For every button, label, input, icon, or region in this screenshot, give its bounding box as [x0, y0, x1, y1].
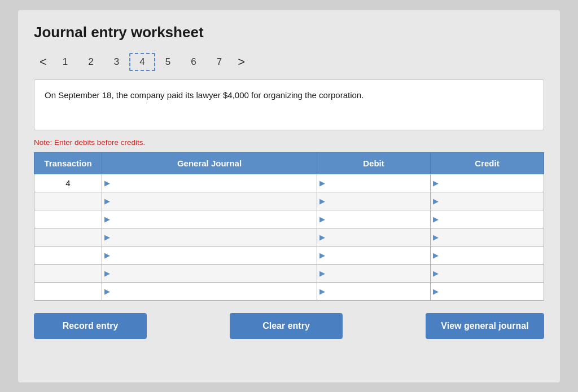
arrow-icon: ▶ — [317, 197, 327, 205]
general-journal-input-1[interactable] — [112, 192, 317, 210]
description-box: On September 18, the company paid its la… — [34, 80, 544, 130]
arrow-icon: ▶ — [431, 215, 440, 223]
view-general-journal-button[interactable]: View general journal — [426, 313, 544, 339]
arrow-icon: ▶ — [317, 287, 327, 296]
buttons-row: Record entry Clear entry View general jo… — [34, 313, 544, 339]
page-4-active[interactable]: 4 — [129, 53, 155, 71]
general-journal-cell-4[interactable]: ▶ — [102, 246, 317, 264]
page-7[interactable]: 7 — [207, 53, 232, 71]
transaction-cell-3 — [34, 228, 102, 246]
table-row: ▶▶▶ — [34, 210, 544, 228]
record-entry-button[interactable]: Record entry — [34, 313, 147, 339]
general-journal-cell-2[interactable]: ▶ — [102, 210, 317, 228]
general-journal-input-2[interactable] — [112, 210, 317, 228]
debit-input-6[interactable] — [327, 283, 430, 300]
transaction-cell-4 — [34, 246, 102, 264]
header-general-journal: General Journal — [102, 152, 317, 174]
arrow-icon: ▶ — [431, 197, 440, 205]
debit-cell-5[interactable]: ▶ — [317, 264, 431, 282]
debit-cell-3[interactable]: ▶ — [317, 228, 431, 246]
clear-entry-button[interactable]: Clear entry — [230, 313, 343, 339]
credit-cell-0[interactable]: ▶ — [431, 174, 544, 192]
credit-input-6[interactable] — [440, 283, 544, 300]
arrow-icon: ▶ — [317, 269, 327, 278]
table-row: ▶▶▶ — [34, 192, 544, 210]
debit-input-0[interactable] — [327, 174, 430, 192]
arrow-icon: ▶ — [317, 251, 327, 259]
table-row: ▶▶▶ — [34, 264, 544, 282]
arrow-icon: ▶ — [102, 287, 112, 296]
arrow-icon: ▶ — [431, 233, 440, 241]
next-arrow[interactable]: > — [232, 52, 251, 72]
credit-cell-6[interactable]: ▶ — [431, 282, 544, 300]
debit-cell-1[interactable]: ▶ — [317, 192, 431, 210]
main-container: Journal entry worksheet < 1 2 3 4 5 6 7 … — [18, 10, 560, 382]
table-row: ▶▶▶ — [34, 282, 544, 300]
transaction-cell-2 — [34, 210, 102, 228]
debit-cell-4[interactable]: ▶ — [317, 246, 431, 264]
debit-cell-0[interactable]: ▶ — [317, 174, 431, 192]
transaction-cell-6 — [34, 282, 102, 300]
transaction-cell-5 — [34, 264, 102, 282]
arrow-icon: ▶ — [317, 179, 327, 187]
header-debit: Debit — [317, 152, 431, 174]
journal-table: Transaction General Journal Debit Credit… — [34, 152, 544, 301]
arrow-icon: ▶ — [431, 287, 440, 296]
header-credit: Credit — [431, 152, 544, 174]
note-text: Note: Enter debits before credits. — [34, 138, 544, 147]
general-journal-cell-1[interactable]: ▶ — [102, 192, 317, 210]
page-6[interactable]: 6 — [181, 53, 206, 71]
table-row: ▶▶▶ — [34, 228, 544, 246]
general-journal-input-4[interactable] — [112, 246, 317, 264]
arrow-icon: ▶ — [431, 251, 440, 259]
credit-input-2[interactable] — [440, 210, 544, 228]
debit-input-3[interactable] — [327, 228, 430, 246]
pagination: < 1 2 3 4 5 6 7 > — [34, 52, 544, 72]
debit-cell-2[interactable]: ▶ — [317, 210, 431, 228]
credit-input-4[interactable] — [440, 246, 544, 264]
page-3[interactable]: 3 — [104, 53, 129, 71]
arrow-icon: ▶ — [431, 269, 440, 278]
page-2[interactable]: 2 — [78, 53, 103, 71]
page-5[interactable]: 5 — [155, 53, 181, 71]
credit-cell-4[interactable]: ▶ — [431, 246, 544, 264]
credit-cell-2[interactable]: ▶ — [431, 210, 544, 228]
header-transaction: Transaction — [34, 152, 102, 174]
transaction-cell-1 — [34, 192, 102, 210]
general-journal-cell-6[interactable]: ▶ — [102, 282, 317, 300]
general-journal-cell-5[interactable]: ▶ — [102, 264, 317, 282]
general-journal-input-0[interactable] — [112, 174, 317, 192]
arrow-icon: ▶ — [102, 197, 112, 205]
general-journal-cell-0[interactable]: ▶ — [102, 174, 317, 192]
debit-input-4[interactable] — [327, 246, 430, 264]
debit-cell-6[interactable]: ▶ — [317, 282, 431, 300]
debit-input-1[interactable] — [327, 192, 430, 210]
credit-cell-3[interactable]: ▶ — [431, 228, 544, 246]
debit-input-2[interactable] — [327, 210, 430, 228]
credit-input-5[interactable] — [440, 265, 544, 282]
credit-input-3[interactable] — [440, 228, 544, 246]
credit-input-0[interactable] — [440, 174, 544, 192]
general-journal-input-5[interactable] — [112, 265, 317, 282]
page-title: Journal entry worksheet — [34, 24, 544, 41]
arrow-icon: ▶ — [317, 215, 327, 223]
credit-cell-1[interactable]: ▶ — [431, 192, 544, 210]
general-journal-input-3[interactable] — [112, 228, 317, 246]
page-1[interactable]: 1 — [52, 53, 78, 71]
credit-input-1[interactable] — [440, 192, 544, 210]
arrow-icon: ▶ — [431, 179, 440, 187]
transaction-cell-0: 4 — [34, 174, 102, 192]
arrow-icon: ▶ — [102, 233, 112, 241]
general-journal-cell-3[interactable]: ▶ — [102, 228, 317, 246]
table-row: 4▶▶▶ — [34, 174, 544, 192]
debit-input-5[interactable] — [327, 265, 430, 282]
arrow-icon: ▶ — [317, 233, 327, 241]
general-journal-input-6[interactable] — [112, 283, 317, 300]
prev-arrow[interactable]: < — [34, 52, 52, 72]
arrow-icon: ▶ — [102, 251, 112, 259]
arrow-icon: ▶ — [102, 269, 112, 278]
arrow-icon: ▶ — [102, 215, 112, 223]
table-row: ▶▶▶ — [34, 246, 544, 264]
credit-cell-5[interactable]: ▶ — [431, 264, 544, 282]
arrow-icon: ▶ — [102, 179, 112, 187]
